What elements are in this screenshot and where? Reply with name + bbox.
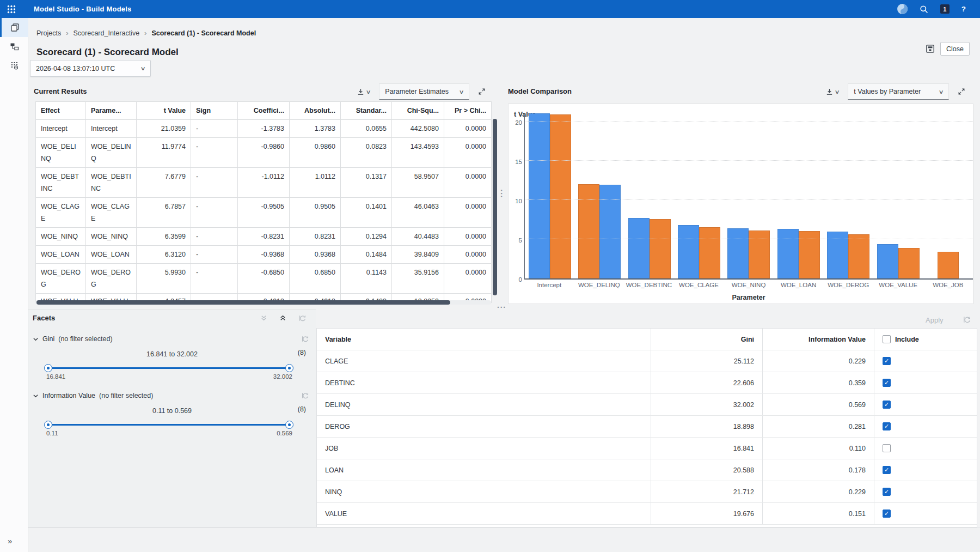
chevron-down-icon[interactable]: [33, 393, 39, 399]
vertical-scrollbar[interactable]: [493, 119, 497, 295]
sidebar-item-results[interactable]: [0, 18, 28, 37]
sidebar-item-data-properties[interactable]: [0, 56, 28, 75]
sidebar-item-pipeline[interactable]: [0, 37, 28, 56]
table-row[interactable]: WOE_NINQWOE_NINQ6.3599--0.82310.82310.12…: [36, 228, 492, 246]
table-row[interactable]: VALUE19.6760.151✓: [317, 503, 977, 525]
column-header[interactable]: Sign: [191, 102, 238, 120]
column-header[interactable]: Absolut...: [290, 102, 341, 120]
avatar-globe-icon[interactable]: [897, 4, 908, 14]
reset-filter-icon[interactable]: [301, 392, 309, 399]
table-row[interactable]: DEBTINC22.6060.359✓: [317, 372, 977, 394]
bar-blue[interactable]: [777, 229, 799, 278]
download-icon[interactable]: ∨: [357, 88, 370, 96]
bar-orange[interactable]: [898, 248, 920, 278]
notifications-badge[interactable]: 1: [940, 4, 950, 14]
panel-splitter-vertical[interactable]: ···: [497, 190, 506, 199]
bar-blue[interactable]: [678, 225, 699, 278]
bar-blue[interactable]: [877, 244, 898, 278]
search-icon[interactable]: [920, 5, 928, 14]
column-header-information-value[interactable]: Information Value: [762, 329, 874, 350]
expand-all-icon[interactable]: [279, 314, 286, 322]
panel-splitter-horizontal[interactable]: ···: [497, 303, 506, 312]
table-header-row: EffectParame...t ValueSignCoeffici...Abs…: [36, 102, 492, 120]
slider-handle-min[interactable]: [44, 364, 52, 372]
results-timestamp-select[interactable]: 2026-04-08 13:07:10 UTC ∨: [30, 60, 151, 77]
close-button[interactable]: Close: [940, 42, 970, 56]
bar-orange[interactable]: [578, 184, 599, 278]
app-switcher-icon[interactable]: [7, 4, 16, 14]
table-row[interactable]: InterceptIntercept21.0359--1.37831.37830…: [36, 120, 492, 138]
collapse-all-icon[interactable]: [260, 314, 267, 322]
table-row[interactable]: DEROG18.8980.281✓: [317, 416, 977, 438]
model-comparison-view-select[interactable]: t Values by Parameter ∨: [848, 83, 949, 100]
column-header-variable[interactable]: Variable: [317, 329, 651, 350]
table-row[interactable]: WOE_DEROGWOE_DEROG5.9930--0.68500.68500.…: [36, 264, 492, 294]
slider-handle-min[interactable]: [44, 421, 52, 429]
bar-orange[interactable]: [550, 114, 571, 278]
include-checkbox[interactable]: ✓: [883, 488, 891, 496]
column-header[interactable]: Coeffici...: [238, 102, 290, 120]
bar-blue[interactable]: [529, 113, 550, 278]
include-checkbox[interactable]: ✓: [883, 379, 891, 387]
column-header[interactable]: Standar...: [341, 102, 392, 120]
bar-orange[interactable]: [938, 252, 959, 278]
table-cell: 0.9505: [290, 198, 341, 228]
bar-blue[interactable]: [599, 185, 621, 278]
maximize-icon[interactable]: [958, 88, 965, 95]
gini-cell: 16.841: [651, 438, 762, 459]
include-checkbox[interactable]: [883, 444, 891, 452]
horizontal-scrollbar[interactable]: [35, 300, 491, 305]
column-header[interactable]: Pr > Chi...: [444, 102, 492, 120]
table-row[interactable]: DELINQ32.0020.569✓: [317, 394, 977, 416]
chevron-down-icon[interactable]: [33, 336, 39, 342]
column-header[interactable]: Parame...: [86, 102, 137, 120]
reset-all-filters-icon[interactable]: [298, 314, 306, 322]
current-results-view-select[interactable]: Parameter Estimates ∨: [379, 83, 469, 100]
table-row[interactable]: LOAN20.5880.178✓: [317, 459, 977, 481]
bar-orange[interactable]: [699, 227, 720, 278]
bar-orange[interactable]: [650, 219, 671, 278]
maximize-icon[interactable]: [478, 88, 486, 95]
save-icon[interactable]: [926, 44, 935, 53]
table-row[interactable]: WOE_CLAGEWOE_CLAGE6.7857--0.95050.95050.…: [36, 198, 492, 228]
slider-track[interactable]: [45, 424, 292, 426]
range-slider[interactable]: [45, 421, 292, 428]
download-icon[interactable]: ∨: [825, 88, 839, 96]
slider-track[interactable]: [45, 367, 292, 369]
include-checkbox[interactable]: ✓: [883, 509, 891, 518]
slider-handle-max[interactable]: [285, 421, 293, 429]
table-row[interactable]: JOB16.8410.110: [317, 438, 977, 459]
breadcrumb-item[interactable]: Projects: [36, 29, 61, 37]
breadcrumb-item[interactable]: Scorecard_Interactive: [74, 29, 140, 37]
table-row[interactable]: WOE_LOANWOE_LOAN6.3120--0.93680.93680.14…: [36, 246, 492, 264]
expand-sidebar-icon[interactable]: »: [8, 536, 12, 545]
include-all-checkbox[interactable]: [883, 335, 891, 343]
table-row[interactable]: WOE_DELINQWOE_DELINQ11.9774--0.98600.986…: [36, 138, 492, 168]
help-icon[interactable]: ?: [961, 5, 966, 13]
column-header-gini[interactable]: Gini: [651, 329, 762, 350]
gridline: [525, 121, 973, 122]
apply-button[interactable]: Apply: [926, 316, 944, 324]
slider-handle-max[interactable]: [285, 364, 293, 372]
bar-orange[interactable]: [749, 230, 770, 278]
reset-filter-icon[interactable]: [301, 335, 309, 343]
bar-blue[interactable]: [727, 228, 749, 278]
column-header[interactable]: Effect: [36, 102, 86, 120]
column-header[interactable]: t Value: [137, 102, 191, 120]
include-checkbox[interactable]: ✓: [883, 357, 891, 365]
breadcrumb-item[interactable]: Scorecard (1) - Scorecard Model: [151, 29, 256, 37]
column-header[interactable]: Chi-Squ...: [392, 102, 444, 120]
table-cell: WOE_DEROG: [36, 264, 86, 294]
include-checkbox[interactable]: ✓: [883, 422, 891, 430]
bar-orange[interactable]: [848, 234, 869, 278]
range-slider[interactable]: [45, 364, 292, 372]
table-row[interactable]: WOE_DEBTINCWOE_DEBTINC7.6779--1.01121.01…: [36, 168, 492, 198]
table-row[interactable]: NINQ21.7120.229✓: [317, 481, 977, 503]
reset-variables-icon[interactable]: [963, 316, 971, 324]
table-row[interactable]: CLAGE25.1120.229✓: [317, 350, 977, 372]
bar-blue[interactable]: [628, 218, 650, 278]
include-checkbox[interactable]: ✓: [883, 401, 891, 409]
include-checkbox[interactable]: ✓: [883, 466, 891, 474]
table-cell: Intercept: [36, 120, 86, 138]
horizontal-scrollbar-thumb[interactable]: [36, 300, 450, 305]
